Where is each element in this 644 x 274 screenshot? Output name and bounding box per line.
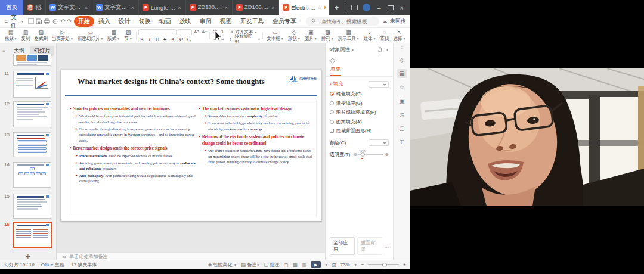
cloud-sync-button[interactable]: ☁未同步	[381, 17, 406, 25]
slider-plus-icon[interactable]: ⊕	[385, 152, 389, 157]
fill-option[interactable]: 纯色填充(S)	[330, 91, 389, 97]
当页开始-button[interactable]: ▷当页开始▼	[49, 29, 75, 43]
beautify-button[interactable]: ◈ 智能美化 ▼	[208, 261, 237, 268]
slide-thumbnail-11[interactable]	[13, 71, 51, 98]
reading-view-icon[interactable]: ▥	[302, 262, 306, 268]
selection-pane-icon[interactable]: ▢	[397, 124, 407, 133]
fill-preset-dropdown[interactable]	[369, 81, 389, 88]
menu-开始[interactable]: 开始	[74, 16, 94, 27]
search-input[interactable]	[320, 18, 375, 25]
fill-option[interactable]: 渐变填充(G)	[330, 100, 389, 107]
menu-开发工具[interactable]: 开发工具	[236, 16, 268, 27]
preview-icon[interactable]	[52, 17, 58, 25]
menu-动画[interactable]: 动画	[155, 16, 175, 27]
minimize-button[interactable]: –	[375, 4, 382, 11]
collapse-sidebar-icon[interactable]: «	[1, 48, 7, 54]
格式刷-button[interactable]: ▨格式刷	[32, 29, 50, 43]
slider-knob[interactable]	[361, 152, 365, 157]
document-tab[interactable]: W文字文稿1.doc×	[46, 0, 92, 15]
play-options-caret[interactable]: ▼	[325, 263, 328, 267]
fill-option[interactable]: 图片或纹理填充(P)	[330, 109, 389, 116]
text-tool-icon[interactable]: T	[397, 138, 407, 147]
menu-设计[interactable]: 设计	[114, 16, 135, 27]
radio-icon[interactable]	[330, 92, 334, 96]
shape-tool-icon[interactable]: ◇	[397, 55, 407, 64]
演示工具-button[interactable]: ▦演示工具▼	[336, 29, 361, 43]
新建幻灯片-button[interactable]: ▭新建幻灯片▼	[75, 29, 105, 43]
notes-bar[interactable]: ⚏ 单击此处添加备注	[57, 252, 325, 260]
format-X₂-button[interactable]: X₂	[185, 36, 191, 42]
版式-button[interactable]: ▦版式▼	[106, 29, 122, 43]
restore-button[interactable]	[388, 5, 394, 10]
document-tab[interactable]: 稻稻壳	[23, 0, 46, 15]
slide-thumbnail-partial[interactable]	[13, 54, 51, 66]
font-size-select[interactable]	[178, 29, 192, 35]
format-I-button[interactable]: I	[146, 36, 153, 42]
format-X²-button[interactable]: X²	[177, 36, 184, 42]
排列-button[interactable]: ▩排列▼	[319, 29, 336, 43]
close-window-button[interactable]: ×	[398, 4, 405, 11]
radio-icon[interactable]	[330, 101, 334, 105]
fit-window-icon[interactable]: ⊡	[332, 262, 336, 268]
pin-icon[interactable]	[377, 47, 383, 53]
slide-thumbnail-16[interactable]	[13, 222, 52, 248]
menu-视图[interactable]: 视图	[216, 16, 236, 27]
grow-font-button[interactable]: A⁺	[193, 29, 200, 35]
redo-icon[interactable]: ↷	[67, 17, 72, 25]
slide-16[interactable]: What market designs fit China's context?…	[61, 70, 321, 221]
close-tab-icon[interactable]: ×	[177, 5, 181, 11]
menu-会员专享[interactable]: 会员专享	[268, 16, 301, 27]
document-tab[interactable]: W文字文稿2.doc×	[92, 0, 139, 15]
notes-button[interactable]: ▤ 备注▼	[241, 261, 259, 268]
slide-canvas[interactable]: What market designs fit China's context?…	[57, 43, 325, 260]
节-button[interactable]: ▧节▼	[122, 29, 134, 43]
slide-thumbnail-13[interactable]	[13, 132, 51, 157]
apply-to-all-button[interactable]: 全部应用	[330, 237, 355, 255]
图片-button[interactable]: ▣图片▼	[302, 29, 319, 43]
comments-button[interactable]: ▢ 批注	[264, 261, 279, 268]
format-A-button[interactable]: A	[169, 36, 176, 42]
print-icon[interactable]	[44, 17, 50, 25]
animation-tool-icon[interactable]: ▣	[397, 96, 407, 105]
close-panel-icon[interactable]: ×	[386, 47, 389, 53]
section-caret-icon[interactable]: ▾	[330, 82, 332, 86]
复制-button[interactable]: ▥复制	[19, 29, 32, 43]
file-menu[interactable]: ≡ 文件 ▼	[4, 13, 26, 30]
fill-option[interactable]: 图案填充(A)	[330, 119, 389, 125]
document-tab[interactable]: PZD100...书.pdf×	[186, 0, 233, 15]
slider-minus-icon[interactable]: ⊖	[354, 152, 358, 157]
document-tab[interactable]: PZD100...书.pdf×	[233, 0, 279, 15]
slide-thumbnail-15[interactable]	[13, 194, 51, 219]
normal-view-icon[interactable]: ▢	[284, 262, 289, 268]
more-options-button[interactable]: ...	[385, 244, 389, 249]
document-tab[interactable]: PLongte...21.pdf×	[139, 0, 186, 15]
slide-title[interactable]: What market designs fit China's context?…	[78, 77, 283, 86]
checkbox-icon[interactable]	[330, 129, 334, 133]
properties-tool-icon[interactable]: ▤	[397, 69, 407, 78]
format-B-button[interactable]: B	[138, 36, 145, 42]
slide-thumbnail-12[interactable]	[13, 101, 51, 127]
tab-fill[interactable]: 填充	[330, 65, 341, 76]
new-doc-icon[interactable]	[28, 17, 34, 25]
tab-list-icon[interactable]	[351, 5, 358, 10]
radio-icon[interactable]	[330, 110, 334, 114]
favorite-star-icon[interactable]: ☆	[318, 5, 322, 10]
undo-icon[interactable]: ↶	[60, 17, 65, 25]
command-search[interactable]	[306, 17, 379, 26]
font-name-select[interactable]	[138, 29, 177, 35]
line-spacing-icon[interactable]: ↕	[227, 36, 234, 42]
close-tab-icon[interactable]: ×	[224, 5, 228, 11]
missing-font-status[interactable]: T? 缺失字体	[71, 261, 97, 268]
radio-icon[interactable]	[330, 120, 334, 124]
reset-background-button[interactable]: 重置背景	[357, 237, 382, 255]
menu-插入[interactable]: 插入	[94, 16, 114, 27]
play-slideshow-button[interactable]: ▶	[311, 261, 321, 268]
chevron-down-icon[interactable]: ▼	[351, 48, 354, 52]
slide-thumbnail-14[interactable]	[13, 162, 51, 188]
zoom-out-button[interactable]: −	[361, 262, 364, 267]
文本框-button[interactable]: ▭文本框▼	[265, 29, 286, 43]
menu-放映[interactable]: 放映	[175, 16, 196, 27]
drag-handle-icon[interactable]: ≡	[401, 45, 404, 51]
fill-option[interactable]: 隐藏背景图形(H)	[330, 127, 389, 134]
menu-审阅[interactable]: 审阅	[196, 16, 216, 27]
